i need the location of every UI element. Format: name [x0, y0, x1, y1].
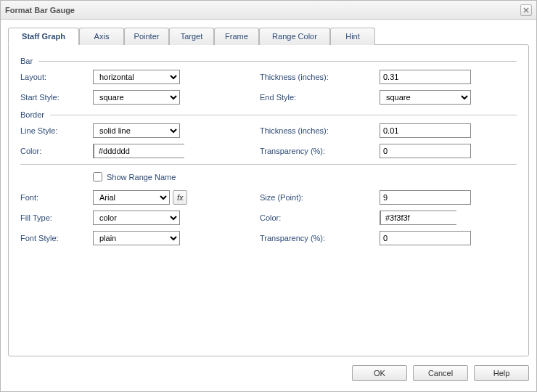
font-color-input[interactable]	[381, 211, 490, 224]
bar-thickness-input[interactable]	[380, 70, 471, 84]
border-color-label: Color:	[20, 147, 93, 155]
line-style-label: Line Style:	[20, 126, 93, 135]
font-style-label: Font Style:	[20, 234, 93, 242]
format-bar-gauge-dialog: Format Bar Gauge Staff Graph Axis Pointe…	[0, 0, 537, 392]
close-button[interactable]	[520, 4, 532, 16]
dialog-content: Staff Graph Axis Pointer Target Frame Ra…	[1, 20, 536, 356]
dialog-title: Format Bar Gauge	[5, 6, 520, 15]
divider	[20, 164, 517, 165]
section-rule	[38, 61, 517, 62]
tab-hint[interactable]: Hint	[330, 28, 375, 45]
tab-pane: Bar Layout: horizontal Thickness (inches…	[8, 44, 529, 356]
font-select[interactable]: Arial	[93, 190, 170, 205]
border-transparency-input[interactable]	[380, 144, 471, 158]
end-style-label: End Style:	[260, 93, 380, 102]
font-color-field[interactable]	[380, 211, 456, 225]
tabstrip: Staff Graph Axis Pointer Target Frame Ra…	[8, 27, 529, 44]
section-border-label: Border	[20, 110, 50, 119]
bar-thickness-label: Thickness (inches):	[260, 73, 380, 81]
tab-staff-graph[interactable]: Staff Graph	[8, 28, 79, 45]
tab-frame[interactable]: Frame	[214, 28, 259, 45]
font-fx-button[interactable]: fx	[173, 190, 187, 205]
show-range-name-checkbox[interactable]	[93, 172, 102, 181]
section-rule	[50, 115, 517, 115]
titlebar: Format Bar Gauge	[1, 1, 536, 20]
section-bar-label: Bar	[20, 57, 38, 65]
font-label: Font:	[20, 193, 93, 202]
border-transparency-label: Transparency (%):	[260, 147, 380, 155]
ok-button[interactable]: OK	[352, 365, 407, 381]
layout-label: Layout:	[20, 73, 93, 81]
size-point-input[interactable]	[380, 190, 471, 205]
layout-select[interactable]: horizontal	[93, 70, 180, 84]
font-transparency-input[interactable]	[380, 231, 471, 245]
tab-range-color[interactable]: Range Color	[259, 28, 330, 45]
cancel-button[interactable]: Cancel	[413, 365, 468, 381]
font-grid: Font: Arial fx Size (Point): Fill Type: …	[20, 190, 517, 245]
line-style-select[interactable]: solid line	[93, 123, 180, 138]
tab-pointer[interactable]: Pointer	[124, 28, 169, 45]
font-color-label: Color:	[260, 213, 380, 222]
section-bar-header: Bar	[20, 57, 517, 65]
border-thickness-input[interactable]	[380, 123, 471, 138]
start-style-select[interactable]: square	[93, 90, 180, 105]
font-style-select[interactable]: plain	[93, 231, 180, 245]
section-border-header: Border	[20, 110, 517, 119]
border-grid: Line Style: solid line Thickness (inches…	[20, 123, 517, 158]
fill-type-select[interactable]: color	[93, 211, 180, 225]
font-transparency-label: Transparency (%):	[260, 234, 380, 242]
show-range-name-label[interactable]: Show Range Name	[107, 173, 176, 181]
tab-axis[interactable]: Axis	[79, 28, 124, 45]
border-thickness-label: Thickness (inches):	[260, 126, 380, 135]
show-range-name-row: Show Range Name	[20, 172, 517, 181]
end-style-select[interactable]: square	[380, 90, 471, 105]
button-bar: OK Cancel Help	[1, 356, 536, 391]
start-style-label: Start Style:	[20, 93, 93, 102]
border-color-field[interactable]	[93, 144, 184, 158]
size-point-label: Size (Point):	[260, 193, 380, 202]
fill-type-label: Fill Type:	[20, 213, 93, 222]
help-button[interactable]: Help	[474, 365, 529, 381]
close-icon	[523, 7, 529, 13]
tab-target[interactable]: Target	[169, 28, 214, 45]
border-color-input[interactable]	[94, 144, 203, 158]
bar-grid: Layout: horizontal Thickness (inches): S…	[20, 70, 517, 105]
